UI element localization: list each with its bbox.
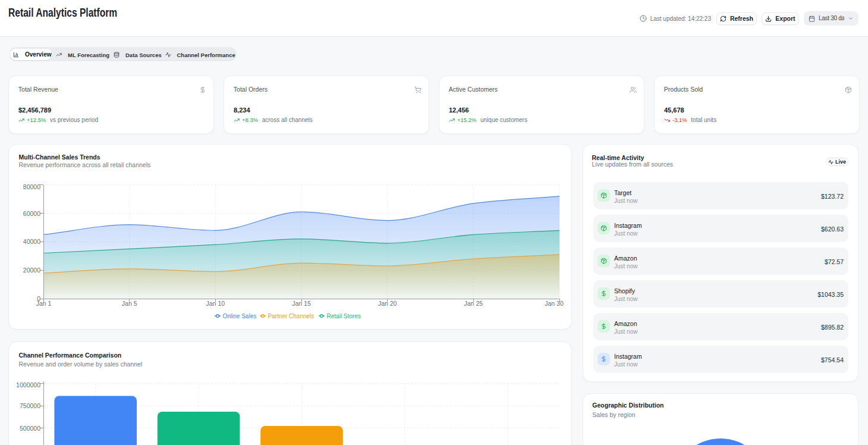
svg-text:Jan 20: Jan 20 (378, 300, 397, 307)
svg-text:750000: 750000 (20, 402, 40, 409)
svg-text:40000: 40000 (23, 238, 40, 245)
svg-text:Jan 30: Jan 30 (545, 300, 564, 307)
svg-text:Jan 5: Jan 5 (122, 300, 137, 307)
svg-text:1000000: 1000000 (16, 381, 40, 388)
svg-text:60000: 60000 (23, 210, 40, 217)
svg-text:Jan 15: Jan 15 (292, 300, 311, 307)
svg-text:80000: 80000 (23, 183, 40, 190)
svg-text:Online Sales: Online Sales (223, 313, 257, 319)
svg-text:Jan 25: Jan 25 (464, 300, 483, 307)
svg-text:500000: 500000 (20, 425, 40, 432)
svg-text:Jan 10: Jan 10 (206, 300, 225, 307)
svg-text:Partner Channels: Partner Channels (268, 313, 315, 319)
svg-text:Jan 1: Jan 1 (36, 300, 52, 307)
svg-text:Retail Stores: Retail Stores (327, 313, 361, 319)
svg-text:20000: 20000 (23, 267, 40, 274)
